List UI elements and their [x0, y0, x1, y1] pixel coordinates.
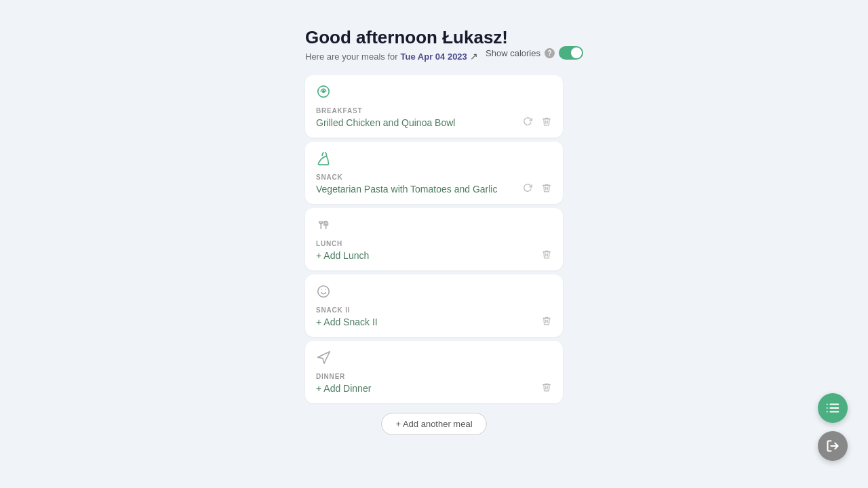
fab-secondary[interactable]	[818, 431, 848, 461]
meal-name-lunch[interactable]: + Add Lunch	[316, 250, 552, 261]
delete-button-snack[interactable]	[540, 181, 553, 195]
meal-actions-breakfast	[521, 115, 553, 128]
show-calories-row: Show calories ?	[486, 46, 583, 60]
meal-actions-dinner	[540, 380, 553, 394]
meal-type-snack2: SNACK II	[316, 306, 552, 314]
meal-icon-lunch	[316, 218, 552, 235]
meal-card-snack: SNACKVegetarian Pasta with Tomatoes and …	[305, 142, 563, 204]
meal-name-snack2[interactable]: + Add Snack II	[316, 317, 552, 327]
delete-button-lunch[interactable]	[540, 247, 553, 261]
greeting: Good afternoon Łukasz!	[305, 27, 563, 48]
meal-actions-lunch	[540, 247, 553, 261]
meal-card-lunch: LUNCH+ Add Lunch	[305, 208, 563, 270]
svg-point-3	[318, 286, 330, 298]
cursor-icon: ↗	[470, 51, 478, 62]
meal-icon-snack	[316, 151, 552, 168]
delete-button-dinner[interactable]	[540, 380, 553, 394]
delete-button-breakfast[interactable]	[540, 115, 553, 128]
refresh-button-breakfast[interactable]	[521, 115, 534, 128]
fab-primary[interactable]	[818, 393, 848, 423]
refresh-button-snack[interactable]	[521, 181, 534, 195]
meal-icon-dinner	[316, 350, 552, 367]
meal-type-breakfast: BREAKFAST	[316, 107, 552, 115]
meal-actions-snack2	[540, 314, 553, 327]
logout-icon	[826, 439, 840, 453]
meal-card-snack2: SNACK II+ Add Snack II	[305, 274, 563, 337]
meal-type-dinner: DINNER	[316, 373, 552, 380]
meals-container: BREAKFASTGrilled Chicken and Quinoa Bowl…	[305, 75, 563, 403]
add-another-meal-button[interactable]: + Add another meal	[381, 413, 486, 435]
meal-name-breakfast: Grilled Chicken and Quinoa Bowl	[316, 117, 552, 128]
show-calories-toggle[interactable]	[559, 46, 583, 60]
meal-type-snack: SNACK	[316, 174, 552, 181]
meal-actions-snack	[521, 181, 553, 195]
meal-card-dinner: DINNER+ Add Dinner	[305, 341, 563, 403]
fab-list	[818, 393, 848, 461]
date-display: Tue Apr 04 2023	[401, 52, 467, 62]
meal-type-lunch: LUNCH	[316, 240, 552, 247]
meal-icon-breakfast	[316, 85, 552, 102]
subtitle-prefix: Here are your meals for	[305, 52, 398, 62]
delete-button-snack2[interactable]	[540, 314, 553, 327]
meal-name-dinner[interactable]: + Add Dinner	[316, 383, 552, 394]
meal-card-breakfast: BREAKFASTGrilled Chicken and Quinoa Bowl	[305, 75, 563, 138]
info-icon: ?	[545, 48, 555, 58]
list-icon	[825, 401, 840, 415]
svg-point-0	[323, 91, 325, 93]
show-calories-label: Show calories	[486, 48, 540, 58]
meal-icon-snack2	[316, 284, 552, 301]
meal-name-snack: Vegetarian Pasta with Tomatoes and Garli…	[316, 184, 552, 195]
main-content: Good afternoon Łukasz! Here are your mea…	[0, 0, 868, 435]
